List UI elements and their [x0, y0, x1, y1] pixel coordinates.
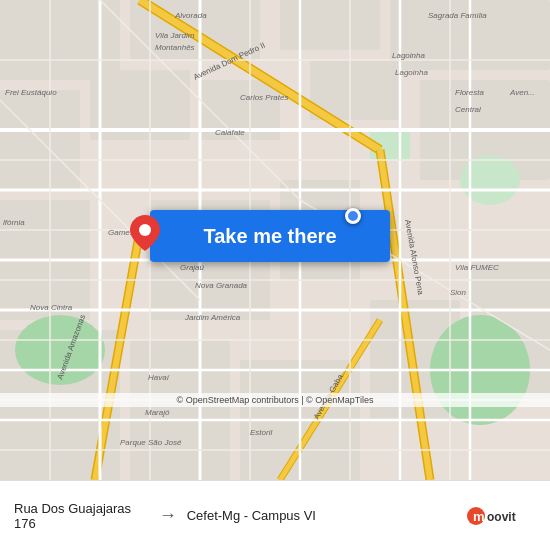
- svg-text:Aven...: Aven...: [509, 88, 535, 97]
- svg-text:m: m: [473, 509, 485, 524]
- current-location-dot: [345, 208, 361, 224]
- destination-label: Cefet-Mg - Campus VI: [187, 508, 456, 523]
- svg-text:Lagoinha: Lagoinha: [392, 51, 425, 60]
- location-pin: [130, 215, 160, 251]
- arrow-icon: →: [159, 505, 177, 526]
- svg-text:Nova Cintra: Nova Cintra: [30, 303, 73, 312]
- svg-text:Alvorada: Alvorada: [174, 11, 207, 20]
- svg-text:Parque São José: Parque São José: [120, 438, 182, 447]
- svg-text:Central: Central: [455, 105, 481, 114]
- svg-text:oovit: oovit: [487, 510, 516, 524]
- svg-text:Lagoinha: Lagoinha: [395, 68, 428, 77]
- svg-text:Vila Jardim: Vila Jardim: [155, 31, 195, 40]
- origin-label: Rua Dos Guajajaras 176: [14, 501, 149, 531]
- svg-text:Estoril: Estoril: [250, 428, 272, 437]
- svg-text:Sion: Sion: [450, 288, 467, 297]
- bottom-bar: Rua Dos Guajajaras 176 → Cefet-Mg - Camp…: [0, 480, 550, 550]
- svg-text:Jardim América: Jardim América: [184, 313, 241, 322]
- svg-text:Carlos Prates: Carlos Prates: [240, 93, 288, 102]
- svg-rect-3: [280, 0, 380, 50]
- svg-text:Marajó: Marajó: [145, 408, 170, 417]
- svg-text:Sagrada Família: Sagrada Família: [428, 11, 487, 20]
- svg-text:lfórnia: lfórnia: [3, 218, 25, 227]
- svg-text:Frei Eustáquio: Frei Eustáquio: [5, 88, 57, 97]
- svg-text:Nova Granada: Nova Granada: [195, 281, 248, 290]
- svg-text:Vila FUMEC: Vila FUMEC: [455, 263, 499, 272]
- svg-text:Floresta: Floresta: [455, 88, 484, 97]
- svg-text:Calafate: Calafate: [215, 128, 245, 137]
- map-container: Alvorada Vila Jardim Montanhês Frei Eust…: [0, 0, 550, 480]
- map-attribution: © OpenStreetMap contributors | © OpenMap…: [0, 393, 550, 407]
- svg-text:Havaí: Havaí: [148, 373, 170, 382]
- svg-rect-1: [0, 0, 120, 80]
- svg-text:Montanhês: Montanhês: [155, 43, 195, 52]
- svg-point-85: [139, 224, 151, 236]
- svg-text:Grajaú: Grajaú: [180, 263, 205, 272]
- moovit-logo: m oovit: [466, 502, 536, 530]
